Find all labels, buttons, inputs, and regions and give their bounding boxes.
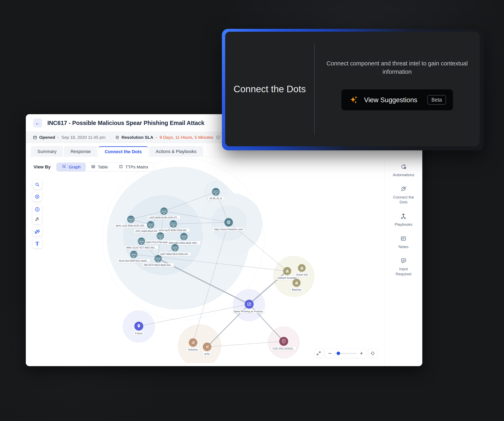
desktop-background: ← INC617 - Possible Malicious Spear Phis… <box>0 0 504 421</box>
zoom-in-button[interactable] <box>32 192 42 201</box>
info-icon[interactable] <box>216 135 220 140</box>
divider <box>110 135 110 140</box>
sidebar-item-label: Input Required <box>392 267 415 277</box>
search-button[interactable] <box>32 180 42 189</box>
page-title: INC617 - Possible Malicious Spear Phishi… <box>47 120 204 126</box>
view-by-graph[interactable]: Graph <box>56 163 86 171</box>
ipv6-monitor-icon: IPv6 <box>161 210 167 213</box>
graph-node-c830-f704-0764-be9d-a15[interactable]: IPv6 <box>157 232 164 240</box>
promo-card-inner: Connect the Dots Connect component and t… <box>225 32 480 146</box>
graph-node-29f2-6f75-9553-68db-50e[interactable]: IPv6 <box>155 255 162 262</box>
zoom-slider-track[interactable] <box>334 353 357 354</box>
beta-badge: Beta <box>427 95 446 105</box>
graph-node-edward-snowden[interactable] <box>283 267 291 275</box>
sparkles-icon <box>349 95 359 105</box>
back-button[interactable]: ← <box>33 119 42 127</box>
sidebar-item-notes[interactable]: Notes <box>399 235 409 249</box>
graph-canvas[interactable]: View By GraphTableTTPs Matrix <box>26 157 384 366</box>
ipv6-monitor-icon: IPv6 <box>157 234 163 237</box>
ipv6-monitor-icon: IPv6 <box>128 218 133 221</box>
ipv6-monitor-icon: IPv6 <box>172 246 178 249</box>
network-layout-button[interactable] <box>32 227 42 236</box>
sidebar-item-automations[interactable]: Automations <box>393 163 414 178</box>
promo-title: Connect the Dots <box>234 83 306 95</box>
sidebar-item-input-required[interactable]: Input Required <box>392 257 415 277</box>
sidebar-item-label: Automations <box>393 172 414 178</box>
zoom-slider-knob[interactable] <box>337 352 340 355</box>
recenter-button[interactable] <box>368 349 377 358</box>
graph-node-arxiv[interactable] <box>203 343 211 351</box>
view-by-table[interactable]: Table <box>86 163 113 171</box>
tab-summary[interactable]: Summary <box>31 146 63 157</box>
view-suggestions-button[interactable]: View Suggestions Beta <box>342 89 453 110</box>
view-by-segments: GraphTableTTPs Matrix <box>56 163 154 172</box>
view-by-control: View By GraphTableTTPs Matrix <box>34 163 154 172</box>
graph-node-58bf-ef6e-d46a-dba6-16bf[interactable]: IPv6 <box>180 233 188 240</box>
sla-label: Resolution SLA <box>121 135 153 140</box>
map-pin-icon <box>136 323 141 329</box>
alarm-clock-icon <box>115 135 120 140</box>
scatter-layout-button[interactable] <box>32 214 42 224</box>
spy-icon <box>294 280 299 285</box>
dot-separator <box>156 137 157 138</box>
notes-icon <box>400 235 407 243</box>
table-icon <box>91 164 96 170</box>
view-by-ttps-matrix[interactable]: TTPs Matrix <box>113 163 154 171</box>
sidebar-item-connect-the-dots[interactable]: Connect the Dots <box>392 186 415 205</box>
graph-node-2d7b-4a25-9390-330b-fd5[interactable]: IPv6 <box>170 220 177 228</box>
tab-connect-the-dots[interactable]: Connect the Dots <box>98 146 148 157</box>
view-by-label: View By <box>34 164 51 170</box>
graph-node-blackhat[interactable] <box>293 279 300 287</box>
graph-node-spear-phishing-as-practice[interactable] <box>245 300 254 309</box>
plus-circle-icon <box>35 194 40 199</box>
crosshair-icon <box>370 351 375 356</box>
sidebar-item-playbooks[interactable]: Playbooks <box>395 213 413 227</box>
graph-node-cb87-946d-59c8-926b-ef3[interactable]: IPv6 <box>171 244 179 251</box>
graph-node-a325-db0b-6c36-c029-47f[interactable]: IPv6 <box>160 208 168 215</box>
ipv6-monitor-icon: IPv6 <box>155 257 161 260</box>
graph-edge-spear-cve <box>249 304 284 341</box>
zoom-in-plus-button[interactable]: + <box>360 350 363 356</box>
graph-node-ocean-bull[interactable] <box>298 264 306 272</box>
view-suggestions-label: View Suggestions <box>364 96 417 104</box>
graph-node-france[interactable] <box>134 322 143 331</box>
ipv6-monitor-icon: IPv6 <box>148 223 153 226</box>
cluster-circle <box>274 256 314 297</box>
sidebar-item-label: Notes <box>399 244 409 249</box>
promo-description: Connect component and threat intel to ga… <box>326 59 468 76</box>
cluster-icon <box>35 207 40 212</box>
graph-node-2001-0db8-85a3-0000-000[interactable]: IPv6 <box>147 221 154 228</box>
graph-node-55c8-03cf-585f-5611-8eb5[interactable]: IPv6 <box>130 251 137 258</box>
trend-chart-icon <box>246 302 252 307</box>
zoom-out-button[interactable]: − <box>328 350 332 356</box>
incident-window: ← INC617 - Possible Malicious Spear Phis… <box>26 114 422 366</box>
tab-response[interactable]: Response <box>64 146 97 157</box>
graph-node-https-store-fixitsticks-com[interactable] <box>224 218 233 226</box>
expand-icon <box>316 351 321 356</box>
cluster-layout-button[interactable] <box>32 205 42 214</box>
graph-node-cve-2001-819315[interactable] <box>279 337 288 346</box>
graph-edges-layer <box>26 157 378 363</box>
playbooks-icon <box>400 213 407 220</box>
calendar-icon <box>33 135 37 140</box>
fullscreen-button[interactable] <box>314 349 323 358</box>
input-required-icon <box>400 257 407 265</box>
graph-node-bb41-c1d2-558e-6150-250[interactable]: IPv6 <box>127 216 135 223</box>
shield-icon <box>281 339 286 344</box>
search-icon <box>35 182 40 187</box>
spy-icon <box>299 266 304 271</box>
matrix-icon <box>119 164 123 170</box>
promo-title-section: Connect the Dots <box>225 32 314 146</box>
tab-actions-playbooks[interactable]: Actions & Playbooks <box>149 146 203 157</box>
opened-label-group: Opened <box>33 135 55 140</box>
graph-node-886e-312d-7427-4b62-581[interactable]: IPv6 <box>138 237 145 245</box>
graph-toolbar: T <box>32 180 42 248</box>
text-tool-button[interactable]: T <box>32 239 42 248</box>
spy-icon <box>285 269 290 274</box>
graph-node-45-95-16-11[interactable]: IPv4 <box>212 188 220 196</box>
graph-node-fixitsticks[interactable] <box>189 338 197 347</box>
tab-content: View By GraphTableTTPs Matrix <box>26 157 422 366</box>
promo-content-section: Connect component and threat intel to ga… <box>315 32 480 146</box>
crossed-tools-icon <box>205 344 210 350</box>
automations-icon <box>400 163 407 171</box>
